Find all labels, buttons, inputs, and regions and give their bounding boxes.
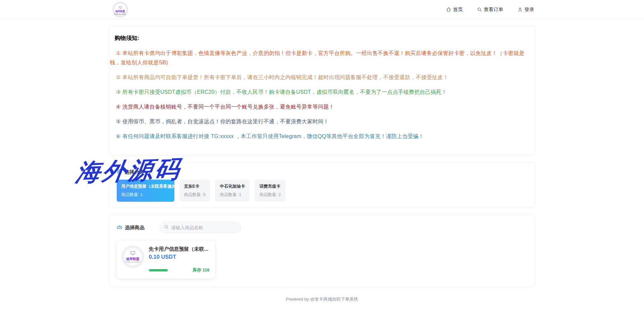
header: 迪拜联盟 DUBAI ALLIANCE 首页 查看订单 (0, 0, 644, 19)
notice-line-2: ② 本站所有商品均可自助下单提货！所有卡密下单后，请在三小时内之内核销完成！超时… (110, 73, 534, 82)
category-name: 京东E卡 (184, 184, 206, 189)
monitor-icon (119, 4, 122, 10)
category-name: 用户信息预留（未联系客服勿拍) (121, 184, 170, 189)
home-icon (446, 7, 451, 12)
nav-orders[interactable]: 查看订单 (477, 6, 503, 13)
shopping-notice-panel: 购物须知: ① 本站所有卡类均出于博彩集团，色情直播等灰色产业，介意的勿拍！但卡… (110, 27, 534, 154)
category-section-title: 选择分类 (125, 169, 144, 175)
product-panel: 选择商品 迪拜联盟 DUBAI ALLIANCE (110, 215, 534, 286)
search-input[interactable] (171, 225, 237, 230)
product-logo-text-en: DUBAI ALLIANCE (125, 261, 140, 263)
notice-line-3: ③ 所有卡密只接受USDT虚拟币（ERC20）付款，不收人民币！购卡请自备USD… (110, 87, 534, 97)
product-search[interactable] (160, 222, 241, 233)
monitor-icon (130, 250, 135, 256)
category-panel: 选择分类 用户信息预留（未联系客服勿拍) 商品数量: 1 京东E卡 商品数量: … (110, 163, 534, 207)
stock-progress-bar (149, 269, 168, 271)
product-name: 先卡用户信息预留（未联... (149, 246, 210, 252)
crown-icon (117, 225, 122, 231)
product-logo-text-cn: 迪拜联盟 (126, 257, 140, 261)
category-count: 商品数量: 2 (259, 192, 281, 198)
logo-text-en: DUBAI ALLIANCE (114, 13, 126, 15)
footer-text: Powered by @发卡商城自助下单系统 (0, 296, 644, 302)
category-grid-icon (117, 169, 122, 175)
nav-login-label: 登录 (525, 6, 534, 13)
category-card[interactable]: 京东E卡 商品数量: 5 (179, 180, 210, 202)
category-count: 商品数量: 1 (220, 192, 245, 198)
product-section-title: 选择商品 (125, 225, 145, 231)
category-name: 中石化加油卡 (220, 184, 245, 189)
nav-orders-label: 查看订单 (484, 6, 503, 13)
category-card[interactable]: 话费充值卡 商品数量: 2 (255, 180, 285, 202)
site-logo[interactable]: 迪拜联盟 DUBAI ALLIANCE (113, 2, 128, 17)
search-icon (164, 225, 169, 231)
notice-title: 购物须知: (115, 34, 530, 42)
product-logo: 迪拜联盟 DUBAI ALLIANCE (122, 246, 144, 267)
category-count: 商品数量: 1 (121, 192, 170, 198)
site-logo-badge: 迪拜联盟 DUBAI ALLIANCE (114, 3, 127, 16)
category-count: 商品数量: 5 (184, 192, 206, 198)
category-card-active[interactable]: 用户信息预留（未联系客服勿拍) 商品数量: 1 (117, 180, 174, 202)
notice-line-5: ⑤ 使用假币、黑币，捣乱者，自觉滚远点！你的套路在这里行不通，不要浪费大家时间！ (110, 117, 534, 126)
notice-line-1: ① 本站所有卡类均出于博彩集团，色情直播等灰色产业，介意的勿拍！但卡是新卡，官方… (110, 49, 534, 67)
category-list: 用户信息预留（未联系客服勿拍) 商品数量: 1 京东E卡 商品数量: 5 中石化… (117, 180, 528, 202)
nav-home-label: 首页 (453, 6, 463, 13)
search-order-icon (477, 7, 482, 12)
product-card[interactable]: 迪拜联盟 DUBAI ALLIANCE 先卡用户信息预留（未联... 0.10 … (117, 241, 215, 278)
category-name: 话费充值卡 (259, 184, 281, 189)
main-nav: 首页 查看订单 登录 (446, 6, 534, 13)
category-card[interactable]: 中石化加油卡 商品数量: 1 (215, 180, 250, 202)
nav-home[interactable]: 首页 (446, 6, 463, 13)
notice-line-4: ④ 洗货商人请自备核销账号，不要同一个平台同一个账号兑换多张，避免账号异常等问题… (110, 102, 534, 112)
user-icon (518, 7, 523, 12)
nav-login[interactable]: 登录 (518, 6, 534, 13)
notice-line-6: ⑥ 有任何问题请及时联系客服进行对接 TG:xxxxx ，本工作室只使用Tele… (110, 132, 534, 141)
stock-label: 库存 116 (193, 267, 210, 273)
product-price: 0.10 USDT (149, 254, 210, 260)
logo-text-cn: 迪拜联盟 (115, 10, 125, 12)
